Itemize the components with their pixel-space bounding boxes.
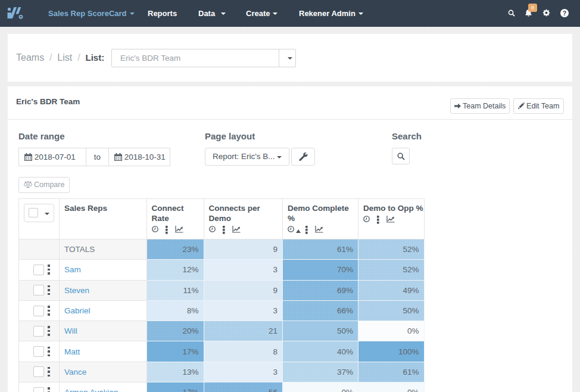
svg-text:?: ? bbox=[563, 10, 566, 17]
